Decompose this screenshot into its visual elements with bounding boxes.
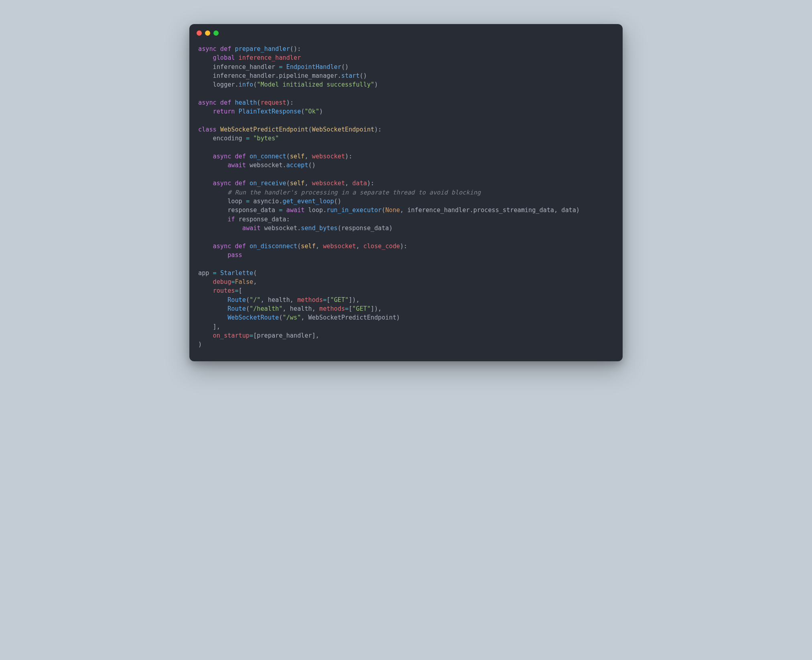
code-token-op: = xyxy=(246,135,250,142)
code-token-fn: PlainTextResponse xyxy=(239,108,301,115)
code-token-plain: , xyxy=(345,180,352,187)
code-token-plain: , inference_handler.process_streaming_da… xyxy=(400,207,580,214)
code-token-plain: ]), xyxy=(371,305,382,312)
code-token-plain xyxy=(217,126,220,133)
code-token-op: = xyxy=(250,332,253,339)
code-token-plain: () xyxy=(341,63,349,71)
code-token-plain: ): xyxy=(367,180,374,187)
code-token-plain: ( xyxy=(286,180,290,187)
minimize-icon[interactable] xyxy=(205,30,210,36)
code-token-plain: , xyxy=(356,243,363,250)
code-token-str: "/ws" xyxy=(282,314,301,321)
code-token-plain: ( xyxy=(246,296,250,304)
code-token-param: data xyxy=(352,180,367,187)
code-token-plain xyxy=(198,287,213,294)
code-token-param: debug xyxy=(213,278,231,285)
code-token-plain xyxy=(246,243,250,250)
code-token-kw: global xyxy=(213,54,235,61)
code-token-fn: EndpointHandler xyxy=(286,63,341,71)
code-token-param: methods xyxy=(319,305,345,312)
code-token-plain: [ xyxy=(327,296,330,304)
code-token-op: = xyxy=(213,269,217,277)
code-token-str: "/health" xyxy=(250,305,282,312)
code-token-fn: on_receive xyxy=(250,180,286,187)
code-token-plain: , health, xyxy=(282,305,319,312)
code-token-fn: accept xyxy=(286,162,308,169)
code-token-fn: health xyxy=(235,99,257,106)
code-token-plain: websocket. xyxy=(246,162,286,169)
code-token-plain: loop. xyxy=(304,207,327,214)
code-token-plain: , xyxy=(316,243,323,250)
code-token-plain xyxy=(198,225,242,232)
code-token-plain: ): xyxy=(400,243,407,250)
code-token-op: = xyxy=(279,207,282,214)
code-token-str: "bytes" xyxy=(253,135,279,142)
code-token-fn: prepare_handler xyxy=(235,45,290,53)
code-token-plain: ]), xyxy=(349,296,359,304)
code-token-plain xyxy=(198,54,213,61)
code-token-plain: ], xyxy=(198,323,220,330)
code-token-cmt: # Run the handler's processing in a sepa… xyxy=(227,189,481,196)
code-token-plain: encoding xyxy=(198,135,246,142)
code-token-plain: (response_data) xyxy=(337,225,392,232)
maximize-icon[interactable] xyxy=(213,30,219,36)
code-token-plain: ): xyxy=(374,126,382,133)
code-token-fn: on_disconnect xyxy=(250,243,297,250)
code-token-plain: ) xyxy=(198,341,202,348)
code-token-bool: False xyxy=(235,278,253,285)
code-token-plain xyxy=(246,153,250,160)
code-token-plain xyxy=(198,305,227,312)
code-token-plain: inference_handler xyxy=(198,63,279,71)
code-token-fn: get_event_loop xyxy=(282,198,334,205)
code-token-cls: WebSocketPredictEndpoint xyxy=(220,126,308,133)
code-token-kw: await xyxy=(286,207,304,214)
code-token-plain xyxy=(198,251,227,259)
code-token-fn: Route xyxy=(227,296,246,304)
code-token-plain: inference_handler.pipeline_manager. xyxy=(198,72,341,79)
code-token-param: routes xyxy=(213,287,235,294)
code-token-plain: ): xyxy=(286,99,294,106)
code-token-param: websocket xyxy=(312,153,345,160)
code-token-fn: Route xyxy=(227,305,246,312)
code-token-plain: asyncio. xyxy=(250,198,282,205)
code-token-kw: async def xyxy=(198,99,231,106)
code-token-plain xyxy=(250,135,253,142)
code-token-plain xyxy=(198,153,213,160)
code-token-plain: ( xyxy=(253,269,257,277)
code-token-param: request xyxy=(260,99,286,106)
code-token-plain: () xyxy=(359,72,367,79)
code-token-plain xyxy=(198,296,227,304)
code-token-plain: , WebSocketPredictEndpoint) xyxy=(301,314,400,321)
code-token-param: methods xyxy=(297,296,323,304)
code-token-str: "GET" xyxy=(352,305,371,312)
code-token-plain: websocket. xyxy=(260,225,301,232)
code-token-str: "GET" xyxy=(330,296,349,304)
page-wrap: async def prepare_handler(): global infe… xyxy=(164,24,648,361)
code-token-var: inference_handler xyxy=(239,54,301,61)
code-token-plain: ) xyxy=(319,108,323,115)
code-token-param: websocket xyxy=(323,243,356,250)
code-token-plain: ( xyxy=(297,243,301,250)
code-token-plain xyxy=(198,314,227,321)
code-token-plain: logger. xyxy=(198,81,239,88)
code-token-kw: async def xyxy=(198,45,231,53)
code-token-op: = xyxy=(279,63,282,71)
code-token-plain: () xyxy=(334,198,341,205)
code-token-plain xyxy=(235,54,238,61)
code-token-str: "Ok" xyxy=(304,108,319,115)
code-token-kw: await xyxy=(242,225,261,232)
code-token-kw: async def xyxy=(213,153,246,160)
close-icon[interactable] xyxy=(197,30,202,36)
code-token-plain xyxy=(246,180,250,187)
code-token-self: self xyxy=(301,243,316,250)
code-token-plain xyxy=(198,216,227,223)
code-token-plain: ( xyxy=(279,314,282,321)
code-token-kw: if xyxy=(227,216,235,223)
code-window: async def prepare_handler(): global infe… xyxy=(189,24,623,361)
code-token-plain: , health, xyxy=(260,296,297,304)
code-token-plain: , xyxy=(304,153,312,160)
code-token-plain: [prepare_handler], xyxy=(253,332,319,339)
code-token-param: close_code xyxy=(363,243,400,250)
code-token-plain: response_data xyxy=(198,207,279,214)
code-listing: async def prepare_handler(): global infe… xyxy=(189,37,623,361)
